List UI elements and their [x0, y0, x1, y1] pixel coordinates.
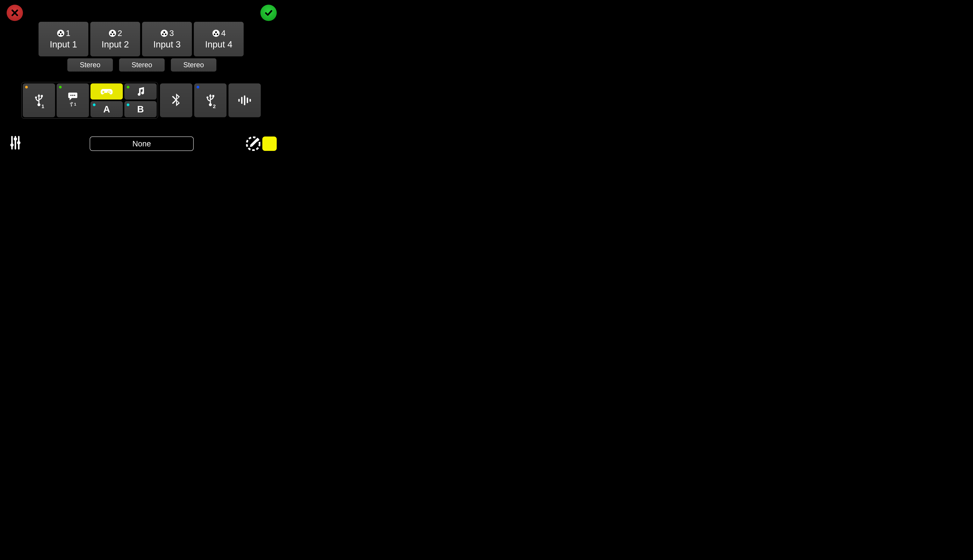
sliders-icon	[10, 135, 21, 150]
stereo-label: Stereo	[80, 61, 100, 69]
svg-point-10	[162, 33, 164, 35]
input-card-header: 3	[160, 28, 174, 38]
svg-rect-33	[212, 95, 214, 97]
mixer-button[interactable]	[10, 135, 21, 151]
xlr-combo-icon	[108, 29, 117, 38]
svg-point-17	[35, 97, 37, 98]
stereo-button-2-3[interactable]: Stereo	[119, 58, 165, 72]
input-label: Input 4	[205, 39, 232, 50]
stereo-label: Stereo	[183, 61, 204, 69]
color-picker-area	[246, 137, 277, 151]
chat-source-sub: 1	[69, 101, 76, 107]
source-sounds[interactable]	[229, 83, 261, 117]
svg-rect-35	[241, 97, 242, 104]
svg-point-43	[13, 137, 17, 141]
svg-point-21	[74, 95, 75, 96]
xlr-combo-icon	[160, 29, 169, 38]
usb-subscript: 1	[42, 103, 44, 110]
game-a-column: A	[90, 83, 123, 117]
virtual-a-label: A	[103, 104, 110, 115]
svg-point-30	[107, 92, 108, 93]
svg-point-1	[60, 31, 62, 33]
input-card-1[interactable]: 1 Input 1	[38, 22, 89, 57]
source-usb2[interactable]: 2	[194, 83, 227, 117]
svg-point-19	[70, 95, 72, 96]
svg-point-44	[17, 141, 20, 144]
music-b-column: B	[124, 83, 157, 117]
input-number: 2	[117, 28, 122, 38]
eyedropper-icon[interactable]	[246, 137, 260, 151]
svg-point-6	[110, 33, 112, 35]
source-chat[interactable]: 1	[57, 83, 89, 117]
input-label: Input 2	[102, 39, 129, 50]
svg-rect-38	[249, 99, 251, 102]
status-dot	[197, 86, 199, 88]
stereo-button-3-4[interactable]: Stereo	[171, 58, 216, 72]
svg-point-4	[109, 30, 116, 37]
status-dot	[127, 103, 129, 106]
input-label: Input 3	[153, 39, 181, 50]
usb-icon	[69, 101, 74, 107]
chat-bubble-icon	[67, 91, 78, 102]
close-button[interactable]	[7, 5, 23, 21]
input-card-4[interactable]: 4 Input 4	[194, 22, 244, 57]
xlr-combo-icon	[212, 29, 220, 38]
source-virtual-a[interactable]: A	[90, 101, 123, 117]
source-bluetooth[interactable]	[160, 83, 192, 117]
svg-point-31	[209, 103, 212, 106]
svg-point-28	[110, 92, 111, 93]
input-number: 4	[221, 28, 226, 38]
svg-point-22	[71, 105, 72, 107]
svg-point-7	[113, 33, 115, 35]
svg-point-20	[72, 95, 74, 96]
usb-subscript: 2	[213, 103, 216, 110]
stereo-row: Stereo Stereo Stereo	[67, 58, 216, 72]
svg-rect-18	[41, 95, 43, 97]
input-number: 3	[169, 28, 174, 38]
usb-subscript: 1	[74, 102, 76, 107]
svg-point-3	[61, 33, 63, 35]
svg-rect-39	[11, 136, 13, 150]
input-number: 1	[66, 28, 70, 38]
input-label: Input 1	[50, 39, 77, 50]
gamepad-icon	[100, 87, 113, 96]
none-label: None	[132, 139, 151, 148]
svg-point-27	[109, 90, 109, 92]
source-usb1[interactable]: 1	[23, 83, 55, 117]
close-icon	[10, 8, 19, 17]
svg-point-14	[214, 33, 216, 35]
color-swatch[interactable]	[262, 137, 277, 151]
svg-rect-37	[247, 98, 248, 103]
input-card-header: 1	[57, 28, 70, 38]
source-game[interactable]	[90, 83, 123, 100]
source-music[interactable]	[124, 83, 157, 100]
svg-point-29	[109, 93, 109, 93]
svg-point-23	[70, 103, 71, 103]
svg-point-8	[161, 30, 168, 37]
svg-point-16	[38, 103, 40, 106]
check-icon	[264, 8, 273, 18]
input-card-header: 2	[108, 28, 122, 38]
stereo-label: Stereo	[132, 61, 152, 69]
status-dot	[25, 86, 28, 88]
source-virtual-b[interactable]: B	[124, 101, 157, 117]
stereo-button-1-2[interactable]: Stereo	[67, 58, 113, 72]
svg-point-2	[59, 33, 60, 35]
input-card-header: 4	[212, 28, 226, 38]
xlr-combo-icon	[57, 29, 65, 38]
input-card-3[interactable]: 3 Input 3	[142, 22, 192, 57]
inputs-row: 1 Input 1 2 Input 2 3 Input 3 4 Input 4	[38, 22, 244, 57]
status-dot	[59, 86, 62, 88]
svg-rect-26	[102, 92, 105, 92]
svg-point-32	[206, 97, 208, 98]
svg-point-5	[112, 31, 114, 33]
svg-point-9	[164, 31, 166, 33]
input-card-2[interactable]: 2 Input 2	[90, 22, 140, 57]
virtual-b-label: B	[137, 104, 144, 115]
confirm-button[interactable]	[260, 5, 277, 21]
soundwave-icon	[237, 95, 252, 106]
bluetooth-icon	[171, 92, 182, 108]
svg-point-0	[57, 30, 64, 37]
svg-rect-34	[238, 99, 240, 102]
color-none-button[interactable]: None	[90, 137, 194, 151]
